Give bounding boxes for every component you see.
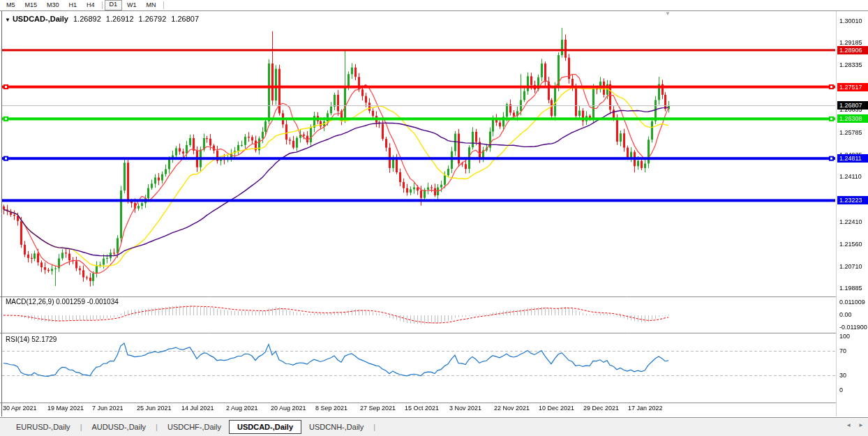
timeframe-button-MN[interactable]: MN	[142, 1, 161, 10]
chart-scroll-marker-icon[interactable]: ▼	[665, 10, 671, 17]
level-price-label: 1.27517	[837, 83, 868, 91]
level-price-label: 1.23223	[837, 196, 868, 204]
level-price-label: 1.24811	[837, 154, 868, 163]
date-label: 3 Nov 2021	[449, 405, 481, 412]
tab-scroll-right-icon[interactable]: ►	[858, 422, 864, 428]
tab-usdchfdaily[interactable]: USDCHF-,Daily	[160, 421, 229, 433]
rsi-scale-label: 100	[839, 333, 850, 340]
tab-usdcnhdaily[interactable]: USDCNH-,Daily	[301, 421, 371, 433]
price-scale-label: 1.20710	[839, 263, 862, 270]
macd-value: 0.001259	[56, 298, 85, 306]
date-label: 17 Jan 2022	[628, 405, 663, 412]
macd-scale-label: -0.011900	[839, 324, 867, 331]
timeframe-button-M5[interactable]: M5	[1, 1, 20, 10]
rsi-label: RSI(14) 52.1729	[6, 336, 57, 343]
date-label: 20 Aug 2021	[271, 405, 306, 412]
tab-divider: |	[373, 423, 375, 431]
date-label: 30 Apr 2021	[3, 405, 37, 412]
ohlc-low: 1.26792	[139, 15, 167, 23]
price-scale-label: 1.29185	[839, 39, 862, 46]
tab-eurusddaily[interactable]: EURUSD-,Daily	[8, 421, 78, 433]
date-label: 7 Jun 2021	[92, 405, 124, 412]
rsi-scale-label: 30	[839, 372, 846, 379]
price-scale-label: 1.24110	[839, 173, 862, 180]
level-price-label: 1.28906	[837, 46, 868, 54]
date-label: 25 Jun 2021	[137, 405, 172, 412]
rsi-value: 52.1729	[31, 336, 57, 343]
tab-scroll-left-icon[interactable]: ◄	[846, 422, 851, 428]
tab-divider: |	[156, 423, 158, 431]
bid-price-label: 1.26807	[837, 101, 868, 110]
timeframe-toolbar: M5M15M30H1H4D1W1MN	[0, 0, 868, 10]
timeframe-button-H1[interactable]: H1	[64, 1, 82, 10]
timeframe-button-W1[interactable]: W1	[122, 1, 142, 10]
date-label: 19 May 2021	[47, 405, 84, 412]
level-price-label: 1.26308	[837, 114, 868, 123]
tab-divider: |	[80, 423, 82, 431]
timeframe-button-M15[interactable]: M15	[20, 1, 43, 10]
trading-terminal-window: M5M15M30H1H4D1W1MN ▼USDCAD-,Daily1.26892…	[0, 0, 868, 436]
ohlc-close: 1.26807	[171, 15, 199, 23]
ohlc-high: 1.26912	[106, 15, 134, 23]
timeframe-button-H4[interactable]: H4	[82, 1, 100, 10]
ohlc-open: 1.26892	[73, 15, 101, 23]
symbol-dropdown-icon[interactable]: ▼	[5, 17, 10, 23]
toolbar-divider	[102, 1, 103, 9]
price-scale-label: 1.28335	[839, 61, 862, 68]
price-scale-label: 1.25785	[839, 129, 862, 136]
symbol-tabs: EURUSD-,Daily|AUDUSD-,Daily|USDCHF-,Dail…	[0, 417, 868, 436]
timeframe-button-M30[interactable]: M30	[42, 1, 64, 10]
date-label: 15 Oct 2021	[405, 405, 439, 412]
macd-scale-label: 0.00	[839, 311, 852, 318]
date-label: 2 Aug 2021	[226, 405, 258, 412]
macd-scale-label: 0.011009	[839, 299, 865, 306]
symbol-label: USDCAD-,Daily	[13, 15, 68, 23]
chart-header: ▼USDCAD-,Daily1.268921.269121.267921.268…	[5, 15, 199, 23]
macd-signal-value: -0.001034	[87, 298, 119, 306]
date-label: 22 Nov 2021	[494, 405, 530, 412]
price-scale-label: 1.21560	[839, 241, 862, 248]
price-scale-label: 1.19885	[839, 285, 862, 292]
rsi-scale-label: 70	[839, 347, 846, 354]
date-label: 8 Sep 2021	[315, 405, 347, 412]
timeframe-button-D1[interactable]: D1	[105, 0, 123, 10]
price-scale-label: 1.22410	[839, 218, 862, 225]
tab-audusddaily[interactable]: AUDUSD-,Daily	[84, 421, 154, 433]
date-label: 10 Dec 2021	[539, 405, 574, 412]
rsi-scale-label: 0	[839, 386, 843, 393]
price-scale-label: 1.30010	[839, 17, 862, 24]
tab-scroll-nav: ◄►	[839, 422, 864, 428]
date-label: 14 Jul 2021	[181, 405, 214, 412]
macd-label: MACD(12,26,9) 0.001259 -0.001034	[6, 298, 119, 306]
date-label: 29 Dec 2021	[583, 405, 619, 412]
toolbar-divider	[163, 1, 164, 9]
date-label: 27 Sep 2021	[360, 405, 396, 412]
price-chart-canvas[interactable]	[0, 0, 868, 436]
tab-usdcaddaily[interactable]: USDCAD-,Daily	[229, 420, 301, 434]
